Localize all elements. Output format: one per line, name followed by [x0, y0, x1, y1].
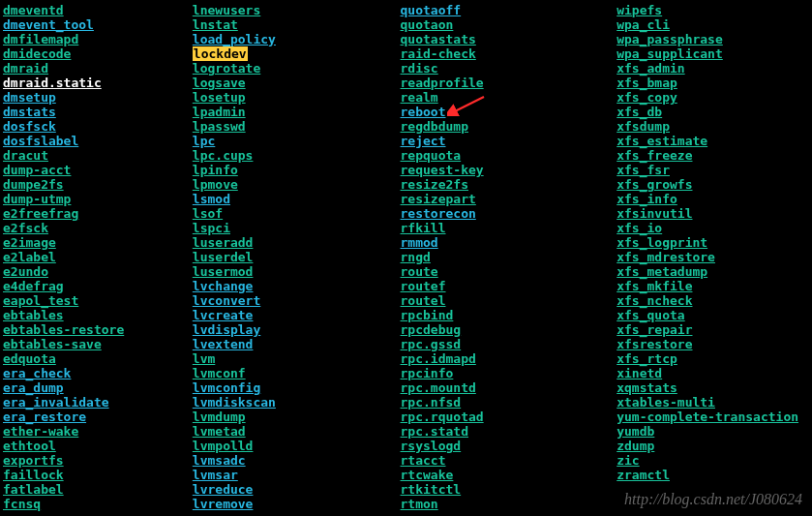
command-lvmconfig: lvmconfig — [193, 380, 260, 395]
command-ethtool: ethtool — [3, 439, 56, 453]
command-lspci: lspci — [193, 221, 230, 235]
list-item: zramctl — [617, 468, 809, 482]
command-xfs-fsr: xfs_fsr — [617, 163, 670, 177]
list-item: yumdb — [617, 424, 809, 439]
list-item: dmsetup — [3, 90, 193, 105]
command-e2label: e2label — [3, 250, 56, 264]
list-item: xfs_io — [617, 221, 809, 235]
list-item: rfkill — [401, 221, 617, 235]
command-lvmdump: lvmdump — [193, 410, 246, 424]
command-xfs-growfs: xfs_growfs — [617, 177, 692, 192]
list-item: lnstat — [193, 17, 401, 32]
list-item: xfs_logprint — [617, 235, 809, 250]
command-xfs-metadump: xfs_metadump — [617, 264, 707, 279]
command-xfs-bmap: xfs_bmap — [617, 76, 677, 90]
list-item: rtkitctl — [401, 482, 617, 497]
command-lvmsar: lvmsar — [193, 468, 238, 482]
command-rtkitctl: rtkitctl — [401, 482, 462, 497]
list-item: resizepart — [401, 192, 617, 206]
list-item: dmfilemapd — [3, 32, 193, 46]
command-lvchange: lvchange — [193, 279, 254, 293]
command-routef: routef — [401, 279, 446, 293]
command-xfs-logprint: xfs_logprint — [617, 235, 707, 250]
list-item: ebtables-restore — [3, 322, 193, 337]
list-item: rpcbind — [401, 308, 617, 322]
command-dumpe2fs: dumpe2fs — [3, 177, 64, 192]
list-item: readprofile — [401, 76, 617, 90]
command-rdisc: rdisc — [401, 61, 438, 76]
command-xfsdump: xfsdump — [617, 119, 670, 134]
list-item: regdbdump — [401, 119, 617, 134]
list-item: lockdev — [193, 46, 401, 61]
terminal-output[interactable]: dmeventddmevent_tooldmfilemapddmidecoded… — [0, 0, 812, 514]
list-item: eapol_test — [3, 293, 193, 308]
list-item: routef — [401, 279, 617, 293]
list-item: rtmon — [401, 497, 617, 511]
command-luseradd: luseradd — [193, 235, 254, 250]
list-item: wpa_supplicant — [617, 46, 809, 61]
command-era-restore: era_restore — [3, 410, 86, 424]
command-dmevent-tool: dmevent_tool — [3, 17, 94, 32]
command-xfs-mkfile: xfs_mkfile — [617, 279, 692, 293]
command-xfsinvutil: xfsinvutil — [617, 206, 692, 221]
command-e4defrag: e4defrag — [3, 279, 64, 293]
list-item: rpc.rquotad — [401, 410, 617, 424]
command-xfs-mdrestore: xfs_mdrestore — [617, 250, 715, 264]
command-e2fsck: e2fsck — [3, 221, 48, 235]
command-resize2fs: resize2fs — [401, 177, 468, 192]
command-lpmove: lpmove — [193, 177, 238, 192]
list-item: dmeventd — [3, 3, 193, 17]
command-route: route — [401, 264, 438, 279]
command-rtcwake: rtcwake — [401, 468, 454, 482]
list-item: era_restore — [3, 410, 193, 424]
list-item: dosfslabel — [3, 134, 193, 148]
list-item: resize2fs — [401, 177, 617, 192]
command-dump-utmp: dump-utmp — [3, 192, 71, 206]
command-era-dump: era_dump — [3, 380, 64, 395]
list-item: rpc.nfsd — [401, 395, 617, 410]
list-item: lvmconfig — [193, 380, 401, 395]
command-rtacct: rtacct — [401, 453, 446, 468]
list-item: xfs_copy — [617, 90, 809, 105]
list-item: e2label — [3, 250, 193, 264]
list-item: xfs_admin — [617, 61, 809, 76]
list-item: fatlabel — [3, 482, 193, 497]
list-item: dumpe2fs — [3, 177, 193, 192]
list-item: xfsdump — [617, 119, 809, 134]
column-3: quotaoffquotaonquotastatsraid-checkrdisc… — [401, 3, 617, 511]
command-lvremove: lvremove — [193, 497, 254, 511]
list-item: routel — [401, 293, 617, 308]
list-item: e2fsck — [3, 221, 193, 235]
list-item: xfs_growfs — [617, 177, 809, 192]
list-item: dmstats — [3, 105, 193, 119]
list-item: dmraid — [3, 61, 193, 76]
list-item: losetup — [193, 90, 401, 105]
command-xtables-multi: xtables-multi — [617, 395, 715, 410]
command-lnewusers: lnewusers — [193, 3, 260, 17]
command-dosfsck: dosfsck — [3, 119, 56, 134]
command-fatlabel: fatlabel — [3, 482, 64, 497]
command-xfs-admin: xfs_admin — [617, 61, 684, 76]
command-lockdev: lockdev — [193, 46, 248, 61]
list-item: rdisc — [401, 61, 617, 76]
list-item: dmevent_tool — [3, 17, 193, 32]
command-dmfilemapd: dmfilemapd — [3, 32, 78, 46]
command-resizepart: resizepart — [401, 192, 476, 206]
command-lvmpolld: lvmpolld — [193, 439, 254, 453]
command-rsyslogd: rsyslogd — [401, 439, 462, 453]
list-item: e2freefrag — [3, 206, 193, 221]
command-lpadmin: lpadmin — [193, 105, 246, 119]
list-item: xfs_quota — [617, 308, 809, 322]
command-repquota: repquota — [401, 148, 462, 163]
list-item: zdump — [617, 439, 809, 453]
command-dmraid: dmraid — [3, 61, 48, 76]
command-xinetd: xinetd — [617, 366, 662, 380]
command-xfs-rtcp: xfs_rtcp — [617, 351, 677, 366]
list-item: restorecon — [401, 206, 617, 221]
command-xfs-freeze: xfs_freeze — [617, 148, 692, 163]
command-era-invalidate: era_invalidate — [3, 395, 109, 410]
command-e2freefrag: e2freefrag — [3, 206, 78, 221]
list-item: quotastats — [401, 32, 617, 46]
list-item: lvconvert — [193, 293, 401, 308]
command-xfs-io: xfs_io — [617, 221, 662, 235]
